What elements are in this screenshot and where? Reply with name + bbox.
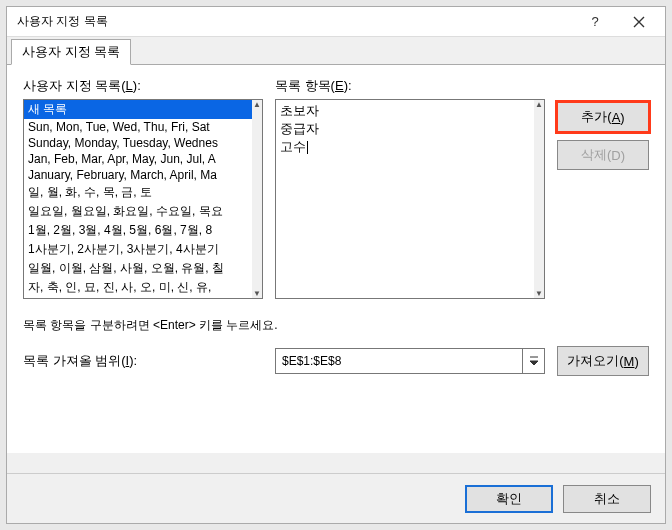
- custom-lists-dialog: 사용자 지정 목록 ? 사용자 지정 목록 사용자 지정 목록(L): 새 목록…: [6, 6, 666, 524]
- list-item[interactable]: 새 목록: [24, 100, 252, 119]
- cancel-button[interactable]: 취소: [563, 485, 651, 513]
- delete-button: 삭제(D): [557, 140, 649, 170]
- list-entries-label: 목록 항목(E):: [275, 77, 545, 95]
- custom-lists-label: 사용자 지정 목록(L):: [23, 77, 263, 95]
- range-selector-button[interactable]: [522, 349, 544, 373]
- add-button[interactable]: 추가(A): [557, 102, 649, 132]
- list-item[interactable]: 1월, 2월, 3월, 4월, 5월, 6월, 7월, 8: [24, 221, 252, 240]
- dialog-footer: 확인 취소: [7, 473, 665, 523]
- titlebar: 사용자 지정 목록 ?: [7, 7, 665, 37]
- list-item[interactable]: 일월, 이월, 삼월, 사월, 오월, 유월, 칠: [24, 259, 252, 278]
- entry-line: 고수: [280, 138, 540, 156]
- import-range-value: $E$1:$E$8: [276, 354, 522, 368]
- import-button[interactable]: 가져오기(M): [557, 346, 649, 376]
- import-range-input[interactable]: $E$1:$E$8: [275, 348, 545, 374]
- scroll-down-icon: ▼: [253, 289, 261, 298]
- scrollbar[interactable]: ▲ ▼: [252, 100, 262, 298]
- scroll-up-icon: ▲: [535, 100, 543, 109]
- entry-line: 중급자: [280, 120, 540, 138]
- help-button[interactable]: ?: [573, 8, 617, 36]
- scroll-down-icon: ▼: [535, 289, 543, 298]
- entry-line: 초보자: [280, 102, 540, 120]
- tabstrip: 사용자 지정 목록: [7, 41, 665, 65]
- list-item[interactable]: 일, 월, 화, 수, 목, 금, 토: [24, 183, 252, 202]
- tab-label: 사용자 지정 목록: [22, 44, 120, 59]
- list-item[interactable]: Sun, Mon, Tue, Wed, Thu, Fri, Sat: [24, 119, 252, 135]
- ok-button[interactable]: 확인: [465, 485, 553, 513]
- scroll-up-icon: ▲: [253, 100, 261, 109]
- custom-lists-listbox[interactable]: 새 목록Sun, Mon, Tue, Wed, Thu, Fri, SatSun…: [23, 99, 263, 299]
- hint-text: 목록 항목을 구분하려면 <Enter> 키를 누르세요.: [23, 317, 649, 334]
- list-item[interactable]: 일요일, 월요일, 화요일, 수요일, 목요: [24, 202, 252, 221]
- list-item[interactable]: Sunday, Monday, Tuesday, Wednes: [24, 135, 252, 151]
- list-entries-textarea[interactable]: 초보자중급자고수 ▲ ▼: [275, 99, 545, 299]
- list-item[interactable]: Jan, Feb, Mar, Apr, May, Jun, Jul, A: [24, 151, 252, 167]
- tab-custom-lists[interactable]: 사용자 지정 목록: [11, 39, 131, 65]
- scrollbar[interactable]: ▲ ▼: [534, 100, 544, 298]
- dialog-title: 사용자 지정 목록: [17, 13, 573, 30]
- tab-panel: 사용자 지정 목록(L): 새 목록Sun, Mon, Tue, Wed, Th…: [7, 65, 665, 453]
- list-item[interactable]: 1사분기, 2사분기, 3사분기, 4사분기: [24, 240, 252, 259]
- list-item[interactable]: 갑, 을, 병, 정, 무, 기, 경, 신, 임, 계: [24, 297, 252, 298]
- list-item[interactable]: January, February, March, April, Ma: [24, 167, 252, 183]
- import-range-label: 목록 가져올 범위(I):: [23, 352, 263, 370]
- close-button[interactable]: [617, 8, 661, 36]
- list-item[interactable]: 자, 축, 인, 묘, 진, 사, 오, 미, 신, 유,: [24, 278, 252, 297]
